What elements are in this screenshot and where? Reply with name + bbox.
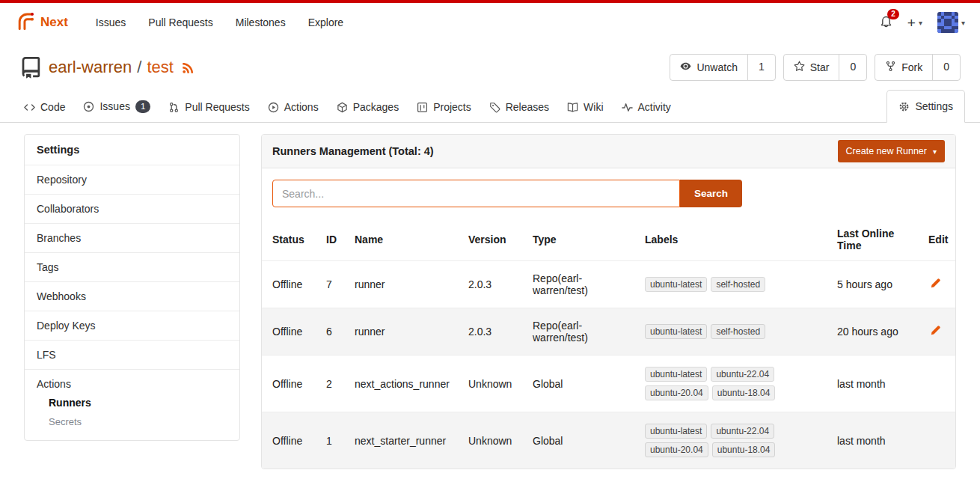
- notification-badge: 2: [887, 9, 899, 19]
- runner-version: Unknown: [461, 356, 525, 412]
- create-runner-label: Create new Runner: [846, 146, 927, 156]
- repo-owner-link[interactable]: earl-warren: [49, 58, 132, 77]
- runner-edit-cell: [921, 261, 955, 308]
- runner-label-chip: ubuntu-22.04: [711, 424, 774, 439]
- tab-wiki[interactable]: Wiki: [558, 92, 612, 122]
- navbar-right: 2 + ▾ ▾: [880, 12, 965, 33]
- tab-code[interactable]: Code: [15, 92, 74, 122]
- runner-name: next_starter_runner: [347, 412, 461, 469]
- edit-runner-button[interactable]: [928, 276, 943, 293]
- home-link[interactable]: Next: [15, 11, 68, 34]
- fork-label: Fork: [901, 61, 922, 73]
- create-new-menu[interactable]: + ▾: [907, 16, 922, 30]
- table-row: Offline 6 runner 2.0.3 Repo(earl-warren/…: [262, 308, 955, 356]
- table-row: Offline 1 next_starter_runner Unknown Gl…: [262, 412, 955, 469]
- tab-label: Actions: [284, 101, 319, 113]
- nav-item-milestones[interactable]: Milestones: [224, 10, 297, 34]
- sidebar-item-webhooks[interactable]: Webhooks: [25, 282, 239, 311]
- tab-label: Settings: [915, 100, 953, 112]
- tab-pull-requests[interactable]: Pull Requests: [159, 92, 258, 122]
- user-menu[interactable]: ▾: [937, 12, 965, 33]
- runner-labels: ubuntu-latest self-hosted: [637, 261, 830, 308]
- runner-labels: ubuntu-latest self-hosted: [637, 308, 830, 356]
- runner-type: Global: [525, 356, 637, 412]
- sidebar-item-runners[interactable]: Runners: [25, 393, 239, 412]
- nav-item-issues[interactable]: Issues: [85, 10, 137, 34]
- repo-separator: /: [137, 58, 141, 77]
- col-status: Status: [262, 219, 319, 261]
- search-button[interactable]: Search: [680, 180, 742, 207]
- tab-issues[interactable]: Issues 1: [74, 91, 159, 123]
- tab-label: Issues: [99, 100, 129, 112]
- runner-name: runner: [347, 308, 461, 356]
- runner-id: 2: [319, 356, 347, 412]
- watch-count[interactable]: 1: [747, 55, 775, 80]
- table-header-row: Status ID Name Version Type Labels Last …: [262, 219, 955, 261]
- repo-header: earl-warren / test Unwatch 1: [0, 42, 980, 88]
- edit-runner-button[interactable]: [928, 323, 943, 340]
- sidebar-item-branches[interactable]: Branches: [25, 224, 239, 253]
- play-circle-icon: [268, 102, 279, 113]
- fork-button[interactable]: Fork 0: [875, 54, 961, 81]
- pencil-icon: [930, 278, 941, 291]
- sidebar-item-lfs[interactable]: LFS: [25, 341, 239, 370]
- fork-count[interactable]: 0: [932, 55, 960, 80]
- avatar: [937, 12, 958, 33]
- pull-request-icon: [168, 102, 180, 113]
- runner-last-online: last month: [830, 356, 921, 412]
- runners-table: Status ID Name Version Type Labels Last …: [262, 219, 955, 469]
- col-labels: Labels: [637, 219, 830, 261]
- tab-projects[interactable]: Projects: [408, 92, 480, 122]
- col-id: ID: [319, 219, 347, 261]
- chevron-down-icon: ▾: [961, 19, 965, 27]
- nav-item-pull-requests[interactable]: Pull Requests: [137, 10, 224, 34]
- tag-icon: [489, 102, 500, 113]
- runner-edit-cell: [921, 412, 955, 469]
- tab-label: Pull Requests: [185, 101, 249, 113]
- search-input[interactable]: [272, 180, 680, 207]
- runner-label-chip: self-hosted: [711, 324, 765, 339]
- forgejo-logo-icon: [15, 11, 35, 34]
- issues-count-badge: 1: [135, 100, 150, 114]
- table-row: Offline 7 runner 2.0.3 Repo(earl-warren/…: [262, 261, 955, 308]
- create-runner-button[interactable]: Create new Runner ▾: [838, 140, 945, 162]
- runner-name: next_actions_runner: [347, 356, 461, 412]
- sidebar-item-deploy-keys[interactable]: Deploy Keys: [25, 311, 239, 341]
- runner-type: Repo(earl-warren/test): [525, 261, 637, 308]
- runner-status: Offline: [262, 412, 319, 469]
- sidebar-item-secrets[interactable]: Secrets: [25, 412, 239, 431]
- sidebar-item-actions[interactable]: Actions: [25, 370, 239, 393]
- runner-id: 7: [319, 261, 347, 308]
- repo-action-buttons: Unwatch 1 Star 0 Fork 0: [670, 54, 961, 81]
- sidebar-item-tags[interactable]: Tags: [25, 253, 239, 282]
- tab-settings[interactable]: Settings: [886, 90, 965, 123]
- repo-tabbar: Code Issues 1 Pull Requests Actions Pack…: [0, 88, 980, 123]
- sidebar-title: Settings: [25, 135, 239, 165]
- tab-actions[interactable]: Actions: [259, 92, 328, 122]
- rss-feed-icon[interactable]: [182, 61, 195, 74]
- runner-label-chip: ubuntu-18.04: [712, 385, 776, 400]
- star-button[interactable]: Star 0: [783, 54, 867, 81]
- tab-label: Activity: [638, 101, 671, 113]
- star-count[interactable]: 0: [839, 55, 866, 80]
- runner-version: 2.0.3: [461, 261, 525, 308]
- notifications-button[interactable]: 2: [880, 15, 892, 30]
- tab-packages[interactable]: Packages: [328, 92, 408, 122]
- pulse-icon: [622, 102, 633, 113]
- nav-item-explore[interactable]: Explore: [297, 10, 355, 34]
- settings-sidebar: Settings Repository Collaborators Branch…: [24, 134, 240, 441]
- col-name: Name: [347, 219, 461, 261]
- runner-label-chip: self-hosted: [711, 277, 765, 292]
- runner-label-chip: ubuntu-latest: [645, 424, 707, 439]
- runner-label-chip: ubuntu-latest: [645, 367, 707, 382]
- tab-releases[interactable]: Releases: [480, 92, 558, 122]
- sidebar-item-repository[interactable]: Repository: [25, 165, 239, 195]
- sidebar-item-collaborators[interactable]: Collaborators: [25, 195, 239, 224]
- tab-activity[interactable]: Activity: [613, 92, 680, 122]
- gear-icon: [898, 101, 910, 112]
- repo-name-link[interactable]: test: [147, 58, 173, 77]
- book-icon: [567, 102, 578, 113]
- unwatch-button[interactable]: Unwatch 1: [670, 54, 775, 81]
- runner-label-chip: ubuntu-latest: [645, 324, 707, 339]
- repo-title: earl-warren / test: [49, 58, 195, 77]
